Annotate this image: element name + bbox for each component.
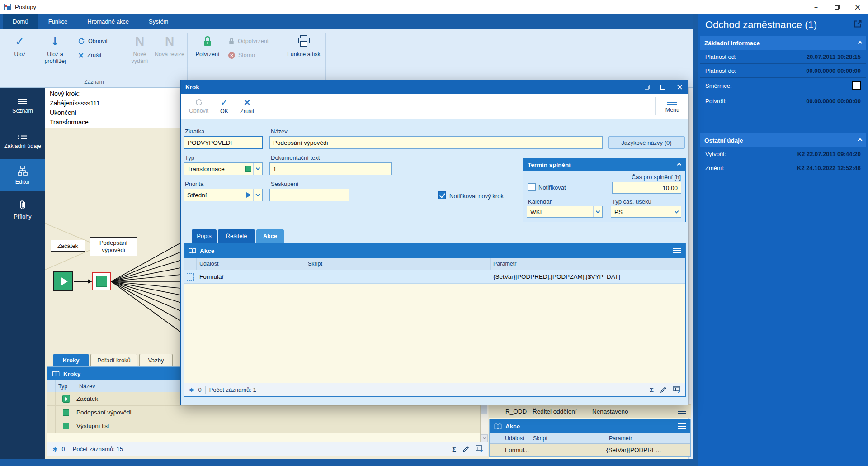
zkratka-input[interactable] [184,136,263,149]
priorita-combobox[interactable]: Střední [184,189,263,201]
grid-edit-icon[interactable] [476,445,483,453]
row-selector[interactable] [47,419,56,433]
tab-kroky[interactable]: Kroky [53,354,89,366]
dialog-tab-resitele[interactable]: Řešitelé [218,229,255,243]
edit-icon[interactable] [660,386,667,393]
storno-button[interactable]: × Storno [226,50,277,60]
obnovit-button[interactable]: Obnovit [76,36,123,46]
odpotvrzeni-button[interactable]: Odpotvrzení [226,36,277,46]
dialog-tab-popis[interactable]: Popis [192,229,217,243]
row-selector[interactable] [47,392,56,405]
field-row: Potvrdil: 00.00.0000 00:00:00 [700,94,866,108]
note-line: Transformace [50,118,176,127]
sidebar-item-editor[interactable]: Editor [0,159,45,191]
ribbon-tab-domu[interactable]: Domů [3,14,38,29]
row-selector[interactable] [184,270,197,283]
field-value: 00.00.0000 00:00:00 [806,98,861,105]
sidebar-item-seznam[interactable]: Seznam [0,90,45,122]
potvrzeni-button[interactable]: Potvrzení [190,32,225,58]
notifikovat-novy-krok-checkbox[interactable] [438,191,446,199]
grid-edit-icon[interactable] [673,386,681,394]
menu-icon[interactable] [673,248,681,253]
dialog-maximize-button[interactable] [660,85,665,90]
filter-icon[interactable]: ∗ [189,385,194,394]
cas-pro-splneni-input[interactable] [612,182,681,194]
button-label: Ulož a prohlížej [36,51,74,65]
table-row[interactable]: Formul... {SetVar}[PODPRE... [490,444,690,456]
start-node-label[interactable]: Začátek [51,240,85,252]
vertical-scrollbar[interactable] [688,88,693,459]
panel-title: Kroky [63,371,80,377]
row-selector[interactable] [47,406,56,419]
detail-panel: Odchod zaměstnance (1) Základní informac… [698,14,868,466]
kalendar-combobox[interactable]: WKF [527,206,603,218]
dialog-zrusit-button[interactable]: × Zrušit [236,97,259,115]
typ-combobox[interactable]: Transformace [184,162,263,175]
field-label: Platnost od: [705,53,736,60]
column-parametr[interactable]: Parametr [491,258,685,270]
sidebar-item-prilohy[interactable]: Přílohy [0,194,45,225]
edit-icon[interactable] [462,446,469,452]
filter-icon[interactable]: ∗ [52,445,58,453]
column-skript[interactable]: Skript [530,433,606,443]
table-row[interactable]: Výstupní list [47,419,488,433]
tab-poradi-kroku[interactable]: Pořadí kroků [90,354,137,366]
sum-icon[interactable]: Σ [650,386,654,394]
dokumentacni-text-input[interactable] [269,162,392,175]
table-row[interactable]: Podepsání výpovědi [47,406,488,419]
sum-icon[interactable]: Σ [452,445,456,453]
nazev-input[interactable] [269,136,603,149]
minimize-button[interactable]: – [806,0,826,14]
termin-panel-header[interactable]: Termín splnění [523,158,685,171]
ribbon-tab-hromadne-akce[interactable]: Hromadné akce [77,14,139,29]
lock-icon [203,33,212,49]
dialog-menu-button[interactable]: Menu [661,99,684,114]
selected-step-node[interactable] [92,272,111,290]
menu-icon[interactable] [678,409,686,414]
restore-button[interactable] [826,0,847,14]
column-skript[interactable]: Skript [305,258,491,270]
start-node[interactable] [53,271,73,291]
dialog-obnovit-button[interactable]: Obnovit [184,97,213,115]
jazykove-nazvy-button[interactable]: Jazykové názvy (0) [608,136,685,149]
dialog-ok-button[interactable]: ✓ OK [213,97,236,115]
ribbon-tab-funkce[interactable]: Funkce [38,14,78,29]
dialog-tab-akce[interactable]: Akce [256,229,284,243]
column-udalost[interactable]: Událost [502,433,530,443]
row-selector[interactable] [490,444,502,456]
seskupeni-input[interactable] [269,189,349,201]
zrusit-button[interactable]: × Zrušit [76,50,123,60]
smernice-checkbox[interactable] [852,81,861,90]
dialog-close-button[interactable]: × [676,83,683,91]
panel-splitter[interactable] [693,14,698,466]
nove-vydani-button[interactable]: N Nové vydání [125,32,155,65]
typ-cas-useku-combobox[interactable]: PS [611,206,681,218]
open-in-window-icon[interactable] [853,19,863,29]
nova-revize-button[interactable]: N Nová revize [155,32,184,58]
section-header-zakladni-informace[interactable]: Základní informace [700,36,866,50]
akce-mini-panel: Akce Událost Skript Parametr Formul... {… [489,419,691,457]
scroll-down-button[interactable] [481,434,488,442]
dialog-restore-button[interactable] [645,85,650,90]
section-header-ostatni-udaje[interactable]: Ostatní údaje [700,133,866,147]
close-button[interactable]: × [847,0,868,14]
application-window: Postupy – × Domů Funkce Hromadné akce Sy… [0,0,868,466]
row-selector[interactable] [489,405,497,418]
step-node-label[interactable]: Podepsání výpovědi [90,237,137,256]
table-row-selected[interactable]: Formulář {SetVar}[PODPRED];[PODPZAM];[$V… [184,270,685,284]
ribbon-tab-system[interactable]: Systém [139,14,178,29]
column-udalost[interactable]: Událost [197,258,305,270]
column-typ[interactable]: Typ [56,380,76,392]
table-row[interactable]: R_ODD Ředitel oddělení Nenastaveno [489,404,691,418]
column-parametr[interactable]: Parametr [606,433,690,443]
tab-vazby[interactable]: Vazby [139,354,173,366]
uloz-button[interactable]: ✓ Ulož [4,32,36,58]
sidebar-item-zakladni-udaje[interactable]: Základní údaje [0,125,45,157]
field-label: Potvrdil: [705,98,726,105]
uloz-a-prohlizej-button[interactable]: ↓ Ulož a prohlížej [36,32,74,65]
toolbar-separator [655,97,656,115]
menu-icon[interactable] [678,423,686,429]
notifikovat-checkbox[interactable] [528,183,536,191]
chevron-down-icon [253,189,262,201]
funkce-a-tisk-button[interactable]: Funkce a tisk [285,32,323,58]
